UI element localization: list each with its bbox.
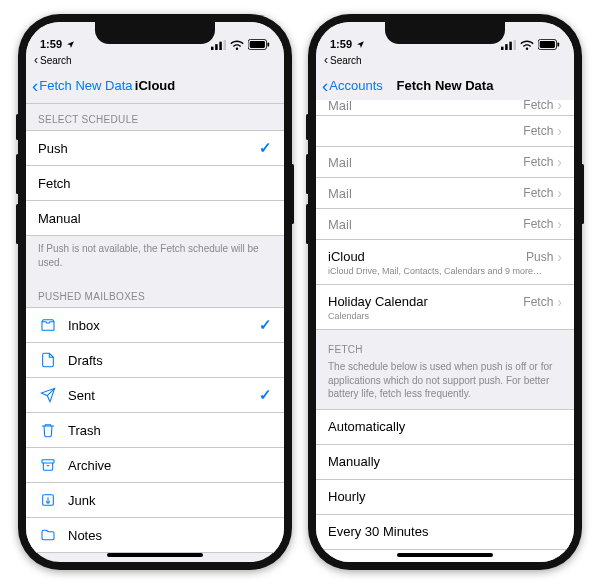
archive-icon: [38, 457, 58, 473]
phone-right: 1:59 ‹ Search ‹ Accounts Fetch New Da: [308, 14, 582, 570]
schedule-option-push[interactable]: Push ✓: [26, 131, 284, 166]
paperplane-icon: [38, 387, 58, 403]
nav-back-button[interactable]: ‹ Accounts: [316, 76, 383, 95]
fetch-option-manually[interactable]: Manually: [316, 445, 574, 480]
back-search-label: Search: [40, 55, 72, 66]
mailbox-notes[interactable]: Notes: [26, 518, 284, 552]
mailbox-trash[interactable]: Trash: [26, 413, 284, 448]
schedule-option-fetch[interactable]: Fetch: [26, 166, 284, 201]
chevron-right-icon: ›: [557, 216, 562, 232]
row-label: Holiday Calendar: [328, 294, 523, 309]
nav-back-label: Accounts: [329, 78, 382, 93]
mailbox-junk[interactable]: Junk: [26, 483, 284, 518]
mailbox-sent[interactable]: Sent ✓: [26, 378, 284, 413]
svg-rect-7: [42, 460, 54, 463]
mailbox-inbox[interactable]: Inbox ✓: [26, 308, 284, 343]
inbox-icon: [38, 317, 58, 333]
home-indicator[interactable]: [107, 553, 203, 557]
checkmark-icon: ✓: [549, 558, 562, 563]
scroll-area[interactable]: SELECT SCHEDULE Push ✓ Fetch Manual If P…: [26, 100, 284, 562]
svg-rect-1: [215, 44, 218, 50]
chevron-right-icon: ›: [557, 123, 562, 139]
row-subtitle: Calendars: [328, 311, 369, 321]
chevron-left-icon: ‹: [322, 76, 328, 95]
fetch-option-hourly[interactable]: Hourly: [316, 480, 574, 515]
svg-rect-0: [211, 46, 214, 49]
back-to-search[interactable]: ‹ Search: [316, 52, 574, 67]
back-search-label: Search: [330, 55, 362, 66]
row-label: Mail: [328, 155, 523, 170]
row-label: Mail: [328, 100, 523, 113]
svg-rect-10: [505, 44, 508, 50]
row-label: Manual: [38, 211, 272, 226]
account-row[interactable]: Mail Fetch ›: [316, 147, 574, 178]
svg-rect-14: [540, 41, 555, 48]
accounts-group: Mail Fetch › Fetch › Mail Fetch ›: [316, 100, 574, 330]
row-label: Automatically: [328, 419, 562, 434]
chevron-left-icon: ‹: [324, 53, 328, 67]
row-label: Archive: [68, 458, 272, 473]
chevron-right-icon: ›: [557, 249, 562, 265]
svg-rect-3: [224, 40, 227, 50]
battery-icon: [248, 39, 270, 50]
row-label: Inbox: [68, 318, 259, 333]
row-label: Notes: [68, 528, 272, 543]
account-row[interactable]: Fetch ›: [316, 116, 574, 147]
row-label: Hourly: [328, 489, 562, 504]
trash-icon: [38, 422, 58, 438]
back-to-search[interactable]: ‹ Search: [26, 52, 284, 67]
fetch-option-automatically[interactable]: Automatically: [316, 410, 574, 445]
cellular-icon: [211, 40, 226, 50]
row-label: Push: [38, 141, 259, 156]
folder-icon: [38, 527, 58, 543]
phone-left: 1:59 ‹ Search ‹ Fetch New Data iCloud: [18, 14, 292, 570]
section-footer-schedule: If Push is not available, the Fetch sche…: [26, 236, 284, 277]
section-footer-fetch: The schedule below is used when push is …: [316, 360, 574, 409]
row-value: Fetch: [523, 100, 553, 112]
account-row[interactable]: Mail Fetch ›: [316, 100, 574, 116]
row-label: Drafts: [68, 353, 272, 368]
row-label: Manually: [328, 454, 562, 469]
row-value: Fetch: [523, 295, 553, 309]
section-header-schedule: SELECT SCHEDULE: [26, 100, 284, 130]
mailbox-drafts[interactable]: Drafts: [26, 343, 284, 378]
row-label: Mail: [328, 217, 523, 232]
nav-bar: ‹ Fetch New Data iCloud: [26, 67, 284, 104]
junk-icon: [38, 492, 58, 508]
row-value: Push: [526, 250, 553, 264]
svg-rect-12: [514, 40, 517, 50]
row-label: Junk: [68, 493, 272, 508]
wifi-icon: [230, 40, 244, 50]
chevron-right-icon: ›: [557, 154, 562, 170]
row-value: Fetch: [523, 155, 553, 169]
fetch-group: Automatically Manually Hourly Every 30 M…: [316, 409, 574, 563]
status-time: 1:59: [330, 38, 352, 50]
row-subtitle: iCloud Drive, Mail, Contacts, Calendars …: [328, 266, 542, 276]
account-row[interactable]: Mail Fetch ›: [316, 209, 574, 240]
row-label: Sent: [68, 388, 259, 403]
row-label: Trash: [68, 423, 272, 438]
row-label: Fetch: [38, 176, 272, 191]
document-icon: [38, 352, 58, 368]
battery-icon: [538, 39, 560, 50]
nav-back-label: Fetch New Data: [39, 78, 132, 93]
chevron-left-icon: ‹: [34, 53, 38, 67]
svg-rect-15: [557, 42, 559, 46]
scroll-area[interactable]: Mail Fetch › Fetch › Mail Fetch ›: [316, 100, 574, 562]
notch: [385, 22, 505, 44]
checkmark-icon: ✓: [259, 139, 272, 157]
schedule-group: Push ✓ Fetch Manual: [26, 130, 284, 236]
mailbox-archive[interactable]: Archive: [26, 448, 284, 483]
location-icon: [66, 40, 75, 49]
account-row-icloud[interactable]: iCloud Push › iCloud Drive, Mail, Contac…: [316, 240, 574, 285]
nav-back-button[interactable]: ‹ Fetch New Data: [26, 76, 133, 95]
chevron-right-icon: ›: [557, 294, 562, 310]
fetch-option-30min[interactable]: Every 30 Minutes: [316, 515, 574, 550]
section-header-mailboxes: PUSHED MAILBOXES: [26, 277, 284, 307]
svg-rect-2: [219, 41, 222, 49]
account-row-holiday[interactable]: Holiday Calendar Fetch › Calendars: [316, 285, 574, 329]
schedule-option-manual[interactable]: Manual: [26, 201, 284, 235]
home-indicator[interactable]: [397, 553, 493, 557]
chevron-left-icon: ‹: [32, 76, 38, 95]
account-row[interactable]: Mail Fetch ›: [316, 178, 574, 209]
